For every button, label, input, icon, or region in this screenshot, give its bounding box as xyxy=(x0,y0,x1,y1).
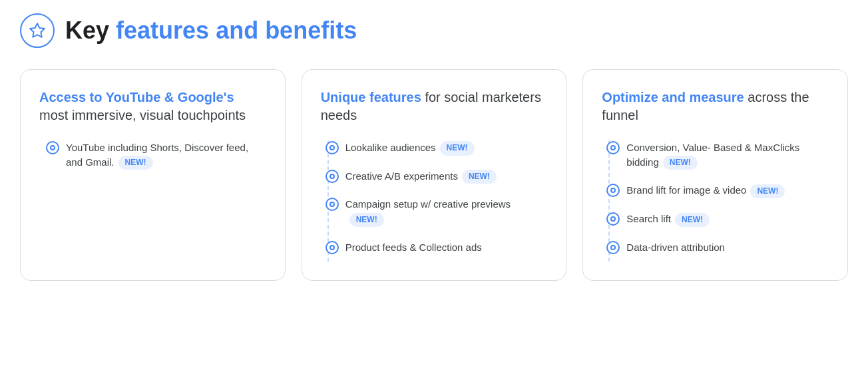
feature-text: Product feeds & Collection ads xyxy=(345,240,548,255)
list-item: Product feeds & Collection ads xyxy=(329,234,548,262)
new-badge: NEW! xyxy=(750,184,785,198)
new-badge: NEW! xyxy=(118,156,153,170)
circle-icon xyxy=(326,241,339,254)
feature-text: YouTube including Shorts, Discover feed,… xyxy=(66,140,266,170)
card-title: Unique features for social marketers nee… xyxy=(321,89,548,124)
card-title: Optimize and measure across the funnel xyxy=(602,89,829,124)
feature-text: Data-driven attribution xyxy=(626,240,829,255)
list-item: Lookalike audiencesNEW! xyxy=(329,140,548,162)
list-item: Data-driven attribution xyxy=(610,234,829,262)
list-item: Campaign setup w/ creative previewsNEW! xyxy=(329,190,548,233)
circle-icon xyxy=(326,198,339,211)
card-youtube: Access to YouTube & Google's most immers… xyxy=(20,69,286,281)
page-header: Key features and benefits xyxy=(20,13,848,48)
page-title: Key features and benefits xyxy=(65,16,357,45)
card-unique: Unique features for social marketers nee… xyxy=(302,69,567,281)
circle-icon xyxy=(326,170,339,183)
list-item: Search liftNEW! xyxy=(610,205,829,234)
list-item: Brand lift for image & videoNEW! xyxy=(610,176,829,205)
feature-list: YouTube including Shorts, Discover feed,… xyxy=(46,140,266,176)
feature-list: Conversion, Value- Based & MaxClicks bid… xyxy=(608,140,829,262)
feature-list: Lookalike audiencesNEW!Creative A/B expe… xyxy=(327,140,548,262)
cards-container: Access to YouTube & Google's most immers… xyxy=(20,69,848,281)
star-icon xyxy=(20,13,55,48)
list-item: Creative A/B experimentsNEW! xyxy=(329,162,548,191)
new-badge: NEW! xyxy=(349,213,384,227)
card-title: Access to YouTube & Google's most immers… xyxy=(39,89,266,124)
new-badge: NEW! xyxy=(462,170,497,184)
feature-text: Lookalike audiencesNEW! xyxy=(345,140,548,156)
new-badge: NEW! xyxy=(663,156,698,170)
feature-text: Search liftNEW! xyxy=(626,212,829,227)
feature-text: Campaign setup w/ creative previewsNEW! xyxy=(345,197,548,226)
circle-icon xyxy=(606,212,620,226)
feature-text: Creative A/B experimentsNEW! xyxy=(345,169,548,184)
feature-text: Conversion, Value- Based & MaxClicks bid… xyxy=(626,140,829,170)
circle-icon xyxy=(606,241,620,254)
feature-text: Brand lift for image & videoNEW! xyxy=(626,183,829,198)
svg-marker-0 xyxy=(30,23,45,37)
list-item: YouTube including Shorts, Discover feed,… xyxy=(46,140,266,176)
list-item: Conversion, Value- Based & MaxClicks bid… xyxy=(610,140,829,176)
new-badge: NEW! xyxy=(440,141,475,155)
card-optimize: Optimize and measure across the funnelCo… xyxy=(582,69,848,281)
new-badge: NEW! xyxy=(675,213,710,227)
circle-icon xyxy=(326,141,339,154)
circle-icon xyxy=(606,184,620,197)
circle-icon xyxy=(606,141,620,154)
circle-icon xyxy=(46,141,59,154)
